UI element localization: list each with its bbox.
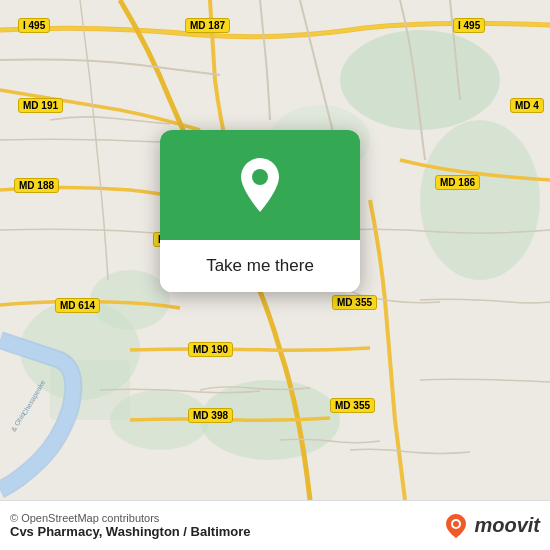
take-me-there-button[interactable]: Take me there bbox=[160, 240, 360, 292]
road-label-md190: MD 190 bbox=[188, 342, 233, 357]
moovit-text: moovit bbox=[474, 514, 540, 537]
location-pin-icon bbox=[236, 156, 284, 214]
road-label-i495-left: I 495 bbox=[18, 18, 50, 33]
road-label-md4x: MD 4 bbox=[510, 98, 544, 113]
svg-point-11 bbox=[252, 169, 268, 185]
svg-point-13 bbox=[453, 521, 459, 527]
svg-point-6 bbox=[90, 270, 170, 330]
popup-card: Take me there bbox=[160, 130, 360, 292]
road-label-md191: MD 191 bbox=[18, 98, 63, 113]
bottom-bar: © OpenStreetMap contributors Cvs Pharmac… bbox=[0, 500, 550, 550]
road-label-md188: MD 188 bbox=[14, 178, 59, 193]
road-label-md355-top: MD 355 bbox=[332, 295, 377, 310]
road-label-md186: MD 186 bbox=[435, 175, 480, 190]
road-label-md398: MD 398 bbox=[188, 408, 233, 423]
road-label-i495-right: I 495 bbox=[453, 18, 485, 33]
attribution-text: © OpenStreetMap contributors bbox=[10, 512, 251, 524]
bottom-info: © OpenStreetMap contributors Cvs Pharmac… bbox=[10, 512, 251, 539]
place-name-text: Cvs Pharmacy, Washington / Baltimore bbox=[10, 524, 251, 539]
road-label-md187: MD 187 bbox=[185, 18, 230, 33]
svg-point-2 bbox=[420, 120, 540, 280]
moovit-pin-icon bbox=[442, 512, 470, 540]
road-label-md355-bottom: MD 355 bbox=[330, 398, 375, 413]
road-label-md614: MD 614 bbox=[55, 298, 100, 313]
moovit-logo: moovit bbox=[442, 512, 540, 540]
map: Chesapeake & Ohio I 495 MD 187 I 495 MD … bbox=[0, 0, 550, 500]
popup-green-header bbox=[160, 130, 360, 240]
